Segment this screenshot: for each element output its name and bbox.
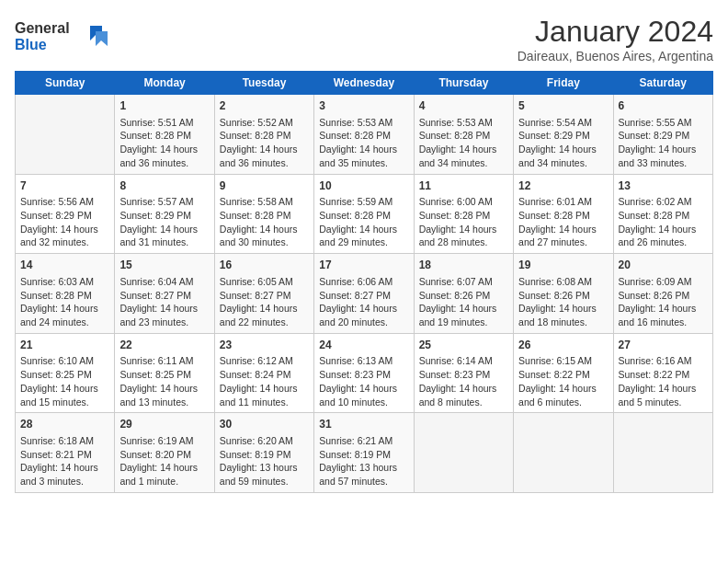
day-number: 16 <box>220 258 309 273</box>
svg-marker-3 <box>96 31 108 46</box>
day-number: 19 <box>518 258 608 273</box>
title-block: January 2024 Daireaux, Buenos Aires, Arg… <box>518 15 713 63</box>
calendar-cell: 11Sunrise: 6:00 AM Sunset: 8:28 PM Dayli… <box>414 174 513 254</box>
logo: General Blue <box>15 15 116 59</box>
day-info: Sunrise: 6:18 AM Sunset: 8:21 PM Dayligh… <box>20 434 109 488</box>
day-number: 8 <box>119 178 209 194</box>
day-info: Sunrise: 6:05 AM Sunset: 8:27 PM Dayligh… <box>220 275 309 329</box>
day-number: 26 <box>518 338 608 353</box>
calendar-cell: 5Sunrise: 5:54 AM Sunset: 8:29 PM Daylig… <box>514 95 613 175</box>
day-info: Sunrise: 6:04 AM Sunset: 8:27 PM Dayligh… <box>119 275 209 329</box>
day-info: Sunrise: 6:21 AM Sunset: 8:19 PM Dayligh… <box>319 434 408 488</box>
day-number: 17 <box>319 258 408 273</box>
day-info: Sunrise: 6:19 AM Sunset: 8:20 PM Dayligh… <box>119 434 209 488</box>
calendar-cell: 28Sunrise: 6:18 AM Sunset: 8:21 PM Dayli… <box>16 413 115 493</box>
calendar-cell: 21Sunrise: 6:10 AM Sunset: 8:25 PM Dayli… <box>16 333 115 413</box>
day-info: Sunrise: 6:15 AM Sunset: 8:22 PM Dayligh… <box>518 354 608 408</box>
calendar-cell: 13Sunrise: 6:02 AM Sunset: 8:28 PM Dayli… <box>613 174 712 254</box>
day-number: 15 <box>119 258 209 273</box>
calendar-cell: 31Sunrise: 6:21 AM Sunset: 8:19 PM Dayli… <box>314 413 414 493</box>
day-number: 24 <box>319 338 408 353</box>
calendar-cell: 17Sunrise: 6:06 AM Sunset: 8:27 PM Dayli… <box>314 254 414 334</box>
day-info: Sunrise: 5:53 AM Sunset: 8:28 PM Dayligh… <box>419 116 508 170</box>
day-info: Sunrise: 5:51 AM Sunset: 8:28 PM Dayligh… <box>119 116 209 170</box>
day-info: Sunrise: 6:01 AM Sunset: 8:28 PM Dayligh… <box>518 195 608 249</box>
day-info: Sunrise: 6:14 AM Sunset: 8:23 PM Dayligh… <box>419 354 508 408</box>
calendar-cell: 2Sunrise: 5:52 AM Sunset: 8:28 PM Daylig… <box>214 95 313 175</box>
day-number: 5 <box>518 98 608 114</box>
day-number: 9 <box>220 178 309 194</box>
day-number: 2 <box>220 98 309 114</box>
calendar-cell: 18Sunrise: 6:07 AM Sunset: 8:26 PM Dayli… <box>414 254 513 334</box>
weekday-header-sunday: Sunday <box>16 72 115 95</box>
day-info: Sunrise: 6:09 AM Sunset: 8:26 PM Dayligh… <box>619 275 708 329</box>
day-info: Sunrise: 5:59 AM Sunset: 8:28 PM Dayligh… <box>319 195 408 249</box>
svg-text:General: General <box>15 20 70 36</box>
day-info: Sunrise: 6:13 AM Sunset: 8:23 PM Dayligh… <box>319 354 408 408</box>
day-info: Sunrise: 5:57 AM Sunset: 8:29 PM Dayligh… <box>119 195 209 249</box>
calendar-cell: 4Sunrise: 5:53 AM Sunset: 8:28 PM Daylig… <box>414 95 513 175</box>
day-info: Sunrise: 6:10 AM Sunset: 8:25 PM Dayligh… <box>20 354 109 408</box>
calendar-week-row: 14Sunrise: 6:03 AM Sunset: 8:28 PM Dayli… <box>16 254 713 334</box>
day-number: 30 <box>220 417 309 432</box>
day-number: 28 <box>20 417 109 432</box>
calendar-cell: 12Sunrise: 6:01 AM Sunset: 8:28 PM Dayli… <box>514 174 613 254</box>
day-number: 21 <box>20 338 109 353</box>
day-number: 27 <box>619 338 708 353</box>
weekday-header-thursday: Thursday <box>414 72 513 95</box>
calendar-cell: 14Sunrise: 6:03 AM Sunset: 8:28 PM Dayli… <box>16 254 115 334</box>
svg-text:Blue: Blue <box>15 37 47 52</box>
calendar-cell <box>414 413 513 493</box>
weekday-header-tuesday: Tuesday <box>214 72 313 95</box>
day-number: 11 <box>419 178 508 194</box>
day-number: 3 <box>319 98 408 114</box>
day-number: 18 <box>419 258 508 273</box>
calendar-cell: 20Sunrise: 6:09 AM Sunset: 8:26 PM Dayli… <box>613 254 712 334</box>
day-number: 29 <box>119 417 209 432</box>
calendar-cell: 27Sunrise: 6:16 AM Sunset: 8:22 PM Dayli… <box>613 333 712 413</box>
day-number: 1 <box>119 98 209 114</box>
month-title: January 2024 <box>518 15 713 49</box>
day-number: 22 <box>119 338 209 353</box>
day-info: Sunrise: 6:12 AM Sunset: 8:24 PM Dayligh… <box>220 354 309 408</box>
day-number: 31 <box>319 417 408 432</box>
calendar-cell: 30Sunrise: 6:20 AM Sunset: 8:19 PM Dayli… <box>214 413 313 493</box>
calendar-cell: 29Sunrise: 6:19 AM Sunset: 8:20 PM Dayli… <box>115 413 214 493</box>
day-info: Sunrise: 6:11 AM Sunset: 8:25 PM Dayligh… <box>119 354 209 408</box>
calendar-cell: 16Sunrise: 6:05 AM Sunset: 8:27 PM Dayli… <box>214 254 313 334</box>
day-info: Sunrise: 6:07 AM Sunset: 8:26 PM Dayligh… <box>419 275 508 329</box>
day-info: Sunrise: 6:06 AM Sunset: 8:27 PM Dayligh… <box>319 275 408 329</box>
day-number: 10 <box>319 178 408 194</box>
weekday-header-friday: Friday <box>514 72 613 95</box>
day-info: Sunrise: 5:52 AM Sunset: 8:28 PM Dayligh… <box>220 116 309 170</box>
day-number: 12 <box>518 178 608 194</box>
weekday-header-row: SundayMondayTuesdayWednesdayThursdayFrid… <box>16 72 713 95</box>
location-subtitle: Daireaux, Buenos Aires, Argentina <box>518 49 713 63</box>
page-header: General Blue January 2024 Daireaux, Buen… <box>15 15 713 63</box>
calendar-cell: 23Sunrise: 6:12 AM Sunset: 8:24 PM Dayli… <box>214 333 313 413</box>
calendar-cell: 26Sunrise: 6:15 AM Sunset: 8:22 PM Dayli… <box>514 333 613 413</box>
day-info: Sunrise: 6:20 AM Sunset: 8:19 PM Dayligh… <box>220 434 309 488</box>
calendar-week-row: 1Sunrise: 5:51 AM Sunset: 8:28 PM Daylig… <box>16 95 713 175</box>
calendar-week-row: 7Sunrise: 5:56 AM Sunset: 8:29 PM Daylig… <box>16 174 713 254</box>
calendar-cell: 8Sunrise: 5:57 AM Sunset: 8:29 PM Daylig… <box>115 174 214 254</box>
day-info: Sunrise: 6:16 AM Sunset: 8:22 PM Dayligh… <box>619 354 708 408</box>
calendar-cell: 6Sunrise: 5:55 AM Sunset: 8:29 PM Daylig… <box>613 95 712 175</box>
calendar-week-row: 28Sunrise: 6:18 AM Sunset: 8:21 PM Dayli… <box>16 413 713 493</box>
calendar-cell: 19Sunrise: 6:08 AM Sunset: 8:26 PM Dayli… <box>514 254 613 334</box>
day-number: 7 <box>20 178 109 194</box>
weekday-header-saturday: Saturday <box>613 72 712 95</box>
day-number: 23 <box>220 338 309 353</box>
day-number: 20 <box>619 258 708 273</box>
day-number: 14 <box>20 258 109 273</box>
calendar-cell: 3Sunrise: 5:53 AM Sunset: 8:28 PM Daylig… <box>314 95 414 175</box>
calendar-cell <box>16 95 115 175</box>
day-info: Sunrise: 5:56 AM Sunset: 8:29 PM Dayligh… <box>20 195 109 249</box>
day-info: Sunrise: 5:55 AM Sunset: 8:29 PM Dayligh… <box>619 116 708 170</box>
day-number: 13 <box>619 178 708 194</box>
day-info: Sunrise: 6:08 AM Sunset: 8:26 PM Dayligh… <box>518 275 608 329</box>
weekday-header-monday: Monday <box>115 72 214 95</box>
calendar-cell <box>613 413 712 493</box>
day-info: Sunrise: 5:54 AM Sunset: 8:29 PM Dayligh… <box>518 116 608 170</box>
calendar-cell: 22Sunrise: 6:11 AM Sunset: 8:25 PM Dayli… <box>115 333 214 413</box>
